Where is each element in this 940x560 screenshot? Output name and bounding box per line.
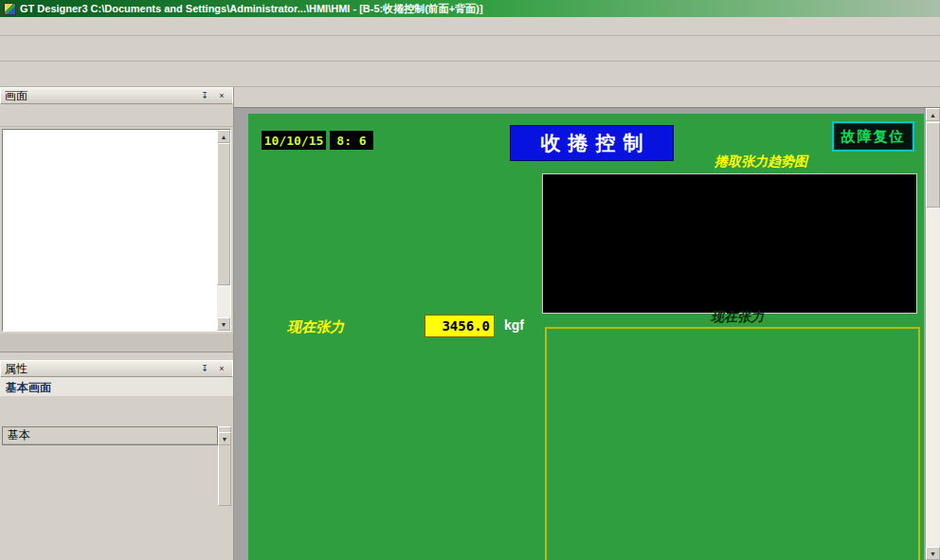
scroll-down-icon[interactable]: ▼ <box>926 547 940 560</box>
app-icon <box>4 3 16 15</box>
editor-canvas[interactable]: 10/10/15 8: 6 收捲控制 故障复位 捲取张力趋势图 现在张力 现在张… <box>234 108 940 560</box>
scroll-down-icon[interactable]: ▼ <box>218 432 231 445</box>
tension-label: 现在张力 <box>287 318 344 336</box>
gt-designer3-window: GT Designer3 C:\Documents and Settings\A… <box>0 0 940 560</box>
canvas-scrollbar[interactable]: ▲ ▼ <box>926 108 940 560</box>
pin-icon[interactable]: ↧ <box>198 90 211 102</box>
scroll-up-icon[interactable]: ▲ <box>217 130 230 143</box>
scroll-down-icon[interactable]: ▼ <box>217 317 230 331</box>
tree-scrollbar[interactable]: ▲ ▼ <box>217 130 230 331</box>
properties-panel-header: 属性 ↧ × <box>0 360 233 377</box>
panel-splitter[interactable] <box>0 352 233 360</box>
property-object-type: 基本画面 <box>0 377 233 396</box>
tension-value[interactable]: 3456.0 <box>425 315 495 337</box>
main-area: 10/10/15 8: 6 收捲控制 故障复位 捲取张力趋势图 现在张力 现在张… <box>234 87 940 560</box>
trend-caption: 现在张力 <box>711 309 764 326</box>
canvas-scroll-thumb[interactable] <box>926 122 940 208</box>
screens-tree: ▲ ▼ <box>2 129 231 332</box>
properties-scrollbar[interactable]: ▲ ▼ <box>218 426 231 445</box>
screens-panel-title: 画面 <box>5 88 27 104</box>
toolbar-main <box>0 36 940 62</box>
property-group-basic[interactable]: 基本 <box>3 427 217 444</box>
document-tab-bar <box>234 87 940 108</box>
date-display[interactable]: 10/10/15 <box>262 131 326 150</box>
close-icon[interactable]: × <box>215 363 228 375</box>
window-title: GT Designer3 C:\Documents and Settings\A… <box>20 2 483 16</box>
roll-change-panel <box>545 327 920 560</box>
menu-bar <box>0 17 940 36</box>
left-dock: 画面 ↧ × ▲ ▼ 属性 ↧ × 基本画面 <box>0 87 234 560</box>
scroll-up-icon[interactable]: ▲ <box>926 108 940 121</box>
tension-unit: kgf <box>504 317 524 333</box>
properties-panel-title: 属性 <box>5 361 27 377</box>
time-display[interactable]: 8: 6 <box>330 131 373 150</box>
hmi-screen-canvas[interactable]: 10/10/15 8: 6 收捲控制 故障复位 捲取张力趋势图 现在张力 现在张… <box>248 114 924 560</box>
tension-trend-chart[interactable] <box>542 173 917 314</box>
trend-chart-title: 捲取张力趋势图 <box>714 154 807 171</box>
pin-icon[interactable]: ↧ <box>198 363 211 375</box>
properties-scroll-thumb[interactable] <box>218 440 231 506</box>
dock-tab-bar <box>0 334 233 352</box>
property-grid-wrap: 基本 ▲ ▼ <box>2 426 231 445</box>
property-grid: 基本 <box>2 426 218 445</box>
screens-panel-header: 画面 ↧ × <box>0 87 233 104</box>
screens-panel-toolbar <box>0 104 233 127</box>
screen-title: 收捲控制 <box>510 125 674 161</box>
fault-reset-button[interactable]: 故障复位 <box>832 121 914 152</box>
tree-scroll-thumb[interactable] <box>217 143 230 285</box>
title-bar: GT Designer3 C:\Documents and Settings\A… <box>0 0 940 17</box>
toolbar-drawing <box>0 62 940 87</box>
close-icon[interactable]: × <box>215 90 228 102</box>
